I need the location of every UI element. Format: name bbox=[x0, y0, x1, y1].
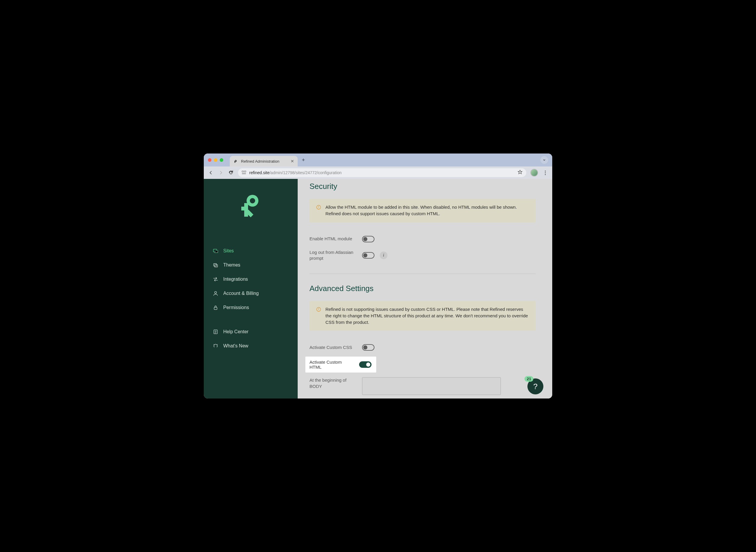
logout-row: Log out from Atlassian prompt i bbox=[309, 246, 536, 265]
sidebar-item-permissions[interactable]: Permissions bbox=[204, 300, 298, 315]
close-tab-button[interactable]: ✕ bbox=[290, 159, 294, 163]
question-icon: ? bbox=[533, 382, 537, 391]
activate-css-label: Activate Custom CSS bbox=[309, 344, 357, 351]
activate-html-toggle[interactable] bbox=[359, 361, 372, 368]
sidebar-item-themes[interactable]: Themes bbox=[204, 258, 298, 272]
url-text: refined.site/admin/12798/sites/24772/con… bbox=[249, 170, 514, 175]
minimize-window-button[interactable] bbox=[214, 158, 217, 162]
help-center-icon bbox=[213, 329, 219, 335]
integrations-icon bbox=[213, 276, 219, 282]
sidebar-item-integrations[interactable]: Integrations bbox=[204, 272, 298, 286]
forward-button[interactable] bbox=[218, 170, 224, 176]
sidebar-item-sites[interactable]: Sites bbox=[204, 244, 298, 258]
permissions-icon bbox=[213, 305, 219, 310]
activate-html-row: Activate Custom HTML bbox=[305, 357, 376, 373]
main-content: Security Allow the HTML module to be add… bbox=[298, 179, 552, 399]
enable-html-row: Enable HTML module bbox=[309, 232, 536, 246]
svg-rect-8 bbox=[214, 264, 217, 266]
activate-css-row: Activate Custom CSS bbox=[309, 340, 536, 354]
browser-toolbar: refined.site/admin/12798/sites/24772/con… bbox=[204, 166, 552, 179]
bookmark-icon[interactable] bbox=[517, 169, 523, 176]
svg-rect-9 bbox=[215, 265, 218, 267]
themes-icon bbox=[213, 262, 219, 268]
whats-new-icon bbox=[213, 343, 219, 349]
profile-avatar[interactable] bbox=[530, 169, 538, 176]
window-controls bbox=[208, 158, 223, 162]
account-icon bbox=[213, 290, 219, 296]
maximize-window-button[interactable] bbox=[220, 158, 223, 162]
back-button[interactable] bbox=[208, 170, 214, 176]
svg-rect-1 bbox=[244, 171, 246, 172]
security-callout: Allow the HTML module to be added in thi… bbox=[309, 199, 536, 222]
logout-label: Log out from Atlassian prompt bbox=[309, 249, 357, 262]
reload-button[interactable] bbox=[228, 170, 234, 176]
browser-menu-button[interactable] bbox=[542, 171, 548, 175]
callout-text: Refined is not supporting issues caused … bbox=[326, 306, 529, 325]
divider bbox=[309, 274, 536, 274]
browser-tab-bar: Refined Administration ✕ + bbox=[204, 153, 552, 166]
svg-rect-0 bbox=[242, 171, 243, 172]
site-settings-icon[interactable] bbox=[242, 170, 246, 175]
enable-html-toggle[interactable] bbox=[362, 236, 374, 242]
help-badge: 21 bbox=[524, 376, 533, 382]
warning-icon bbox=[316, 204, 321, 217]
body-begin-row: At the beginning of BODY bbox=[309, 377, 536, 395]
svg-point-10 bbox=[215, 291, 217, 293]
browser-tab[interactable]: Refined Administration ✕ bbox=[230, 156, 298, 166]
close-window-button[interactable] bbox=[208, 158, 212, 162]
help-fab-button[interactable]: 21 ? bbox=[527, 379, 543, 394]
address-bar[interactable]: refined.site/admin/12798/sites/24772/con… bbox=[238, 168, 526, 177]
enable-html-label: Enable HTML module bbox=[309, 236, 357, 242]
sidebar-nav: Sites Themes Integrations Account & Bill… bbox=[204, 244, 298, 353]
sidebar-item-label: Help Center bbox=[223, 329, 248, 334]
sidebar-item-label: Account & Billing bbox=[223, 291, 259, 296]
body-begin-label: At the beginning of BODY bbox=[309, 377, 357, 389]
callout-text: Allow the HTML module to be added in thi… bbox=[326, 204, 529, 217]
activate-css-toggle[interactable] bbox=[362, 344, 374, 351]
tab-title: Refined Administration bbox=[241, 159, 288, 163]
logo-icon bbox=[204, 194, 298, 217]
svg-point-3 bbox=[250, 198, 255, 203]
activate-html-label: Activate Custom HTML bbox=[309, 360, 354, 370]
sidebar-item-help-center[interactable]: Help Center bbox=[204, 325, 298, 339]
info-icon[interactable]: i bbox=[380, 252, 387, 259]
sites-icon bbox=[213, 248, 219, 254]
new-tab-button[interactable]: + bbox=[302, 157, 305, 163]
favicon-icon bbox=[233, 159, 238, 163]
warning-icon bbox=[316, 307, 321, 325]
advanced-callout: Refined is not supporting issues caused … bbox=[309, 301, 536, 330]
logout-toggle[interactable] bbox=[362, 252, 374, 259]
advanced-title: Advanced Settings bbox=[309, 284, 536, 293]
svg-rect-11 bbox=[214, 307, 217, 310]
sidebar-item-label: Integrations bbox=[223, 277, 248, 282]
sidebar-item-label: Sites bbox=[223, 248, 234, 254]
sidebar-item-label: Themes bbox=[223, 262, 240, 268]
sidebar-item-whats-new[interactable]: What's New bbox=[204, 339, 298, 353]
sidebar-item-account-billing[interactable]: Account & Billing bbox=[204, 286, 298, 300]
security-title: Security bbox=[309, 182, 536, 191]
sidebar: Sites Themes Integrations Account & Bill… bbox=[204, 179, 298, 399]
svg-rect-6 bbox=[241, 206, 248, 211]
sidebar-item-label: Permissions bbox=[223, 305, 249, 310]
chevron-down-icon[interactable] bbox=[540, 156, 548, 164]
sidebar-item-label: What's New bbox=[223, 343, 248, 349]
body-begin-textarea[interactable] bbox=[362, 377, 501, 395]
